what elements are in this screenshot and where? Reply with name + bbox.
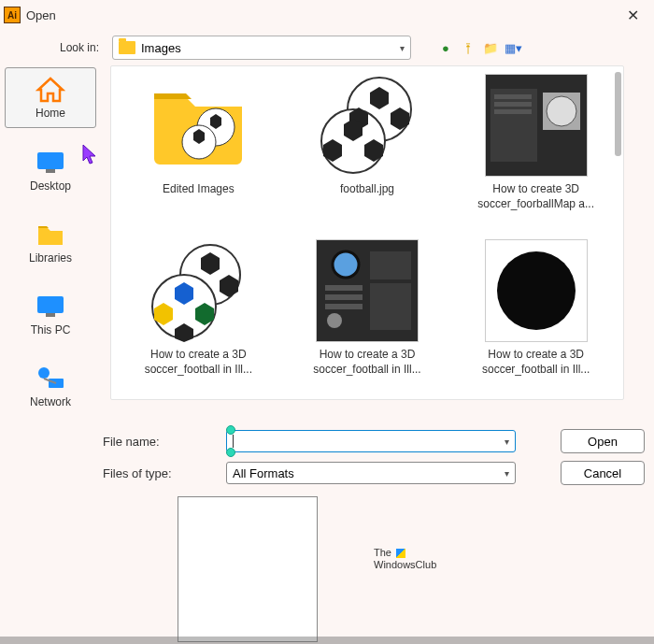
svg-rect-39 [325,304,363,309]
body-area: Home Desktop Libraries This PC Network [0,65,654,416]
desktop-icon [35,149,66,177]
watermark-line1: The [374,547,391,558]
svg-point-40 [327,313,342,328]
file-item[interactable]: How to create a 3D soccer_football in Il… [117,239,280,377]
folder-icon [119,41,135,54]
cancel-button[interactable]: Cancel [561,461,645,485]
close-button[interactable]: ✕ [615,1,650,29]
filetype-label: Files of type: [103,466,215,480]
filetype-dropdown[interactable]: All Formats ▾ [226,462,516,484]
image-thumb [485,239,588,342]
chevron-down-icon: ▾ [400,43,405,53]
open-button[interactable]: Open [561,429,645,453]
file-item[interactable]: How to create a 3D soccer_football in Il… [454,239,618,377]
svg-rect-37 [325,285,363,291]
svg-point-21 [547,96,576,126]
home-icon [35,76,66,104]
file-item[interactable]: Edited Images [117,74,280,211]
image-thumb [485,74,588,177]
sidebar-item-desktop[interactable]: Desktop [5,141,96,200]
svg-rect-1 [46,169,55,173]
svg-rect-0 [37,152,64,169]
image-thumb [316,239,419,342]
sidebar-label: Libraries [29,251,72,265]
network-icon [35,365,66,393]
svg-point-4 [38,367,50,379]
titlebar: Ai Open ✕ [0,0,654,30]
svg-rect-22 [494,94,532,99]
file-label: How to create a 3D soccer_football in Il… [128,348,268,377]
filename-label: File name: [103,435,215,449]
file-label: Edited Images [163,182,235,197]
svg-rect-24 [494,109,532,114]
svg-point-41 [497,251,576,330]
lookin-label: Look in: [0,41,105,54]
file-label: How to create 3D soccer_foorballMap a... [466,182,606,211]
image-thumb [316,74,419,177]
svg-rect-23 [494,102,532,107]
toolbar-icons: ● ⭱ 📁 ▦▾ [437,39,521,56]
lookin-value: Images [141,41,394,55]
svg-rect-38 [325,294,363,300]
lookin-dropdown[interactable]: Images ▾ [112,36,411,60]
svg-rect-19 [490,89,537,162]
file-item[interactable]: How to create 3D soccer_foorballMap a... [454,74,618,211]
svg-point-34 [333,251,359,278]
view-menu-icon[interactable]: ▦▾ [505,39,521,56]
sidebar-item-network[interactable]: Network [5,357,96,416]
filename-value [233,435,505,448]
image-thumb [147,239,249,342]
svg-rect-36 [370,283,411,330]
svg-rect-35 [370,251,411,279]
back-icon[interactable]: ● [437,39,454,56]
filename-input[interactable]: ▾ [226,430,516,452]
file-label: football.jpg [340,182,394,197]
bottom-form: File name: ▾ Open Files of type: All For… [0,416,654,485]
chevron-down-icon: ▾ [505,436,509,447]
file-item[interactable]: football.jpg [286,74,449,211]
baseline-strip [0,637,654,644]
app-icon: Ai [4,7,21,23]
places-sidebar: Home Desktop Libraries This PC Network [0,65,101,416]
file-list[interactable]: Edited Images [110,65,624,400]
chevron-down-icon: ▾ [505,468,509,479]
file-label: How to create a 3D soccer_football in Il… [466,348,606,377]
scrollbar-thumb[interactable] [615,72,621,156]
watermark: The WindowsClub [374,547,436,571]
up-icon[interactable]: ⭱ [460,39,476,56]
libraries-icon [35,221,66,249]
sidebar-label: Network [30,395,71,408]
file-label: How to create a 3D soccer_football in Il… [297,348,437,377]
filetype-value: All Formats [233,466,505,480]
new-folder-icon[interactable]: 📁 [482,39,499,56]
sidebar-label: Desktop [30,179,71,193]
folder-thumb [147,74,249,177]
window-title: Open [26,8,56,22]
sidebar-item-home[interactable]: Home [5,67,96,128]
watermark-line2: WindowsClub [374,559,436,570]
sidebar-item-libraries[interactable]: Libraries [5,213,96,272]
file-item[interactable]: How to create a 3D soccer_football in Il… [286,239,449,377]
watermark-icon [396,549,405,558]
svg-rect-2 [37,296,64,313]
svg-rect-3 [46,313,55,317]
sidebar-label: This PC [31,323,71,336]
preview-area: The WindowsClub [0,493,654,642]
sidebar-label: Home [36,107,65,120]
lookin-row: Look in: Images ▾ ● ⭱ 📁 ▦▾ [0,30,654,65]
preview-box [178,496,318,642]
sidebar-item-thispc[interactable]: This PC [5,285,96,344]
thispc-icon [35,293,66,321]
